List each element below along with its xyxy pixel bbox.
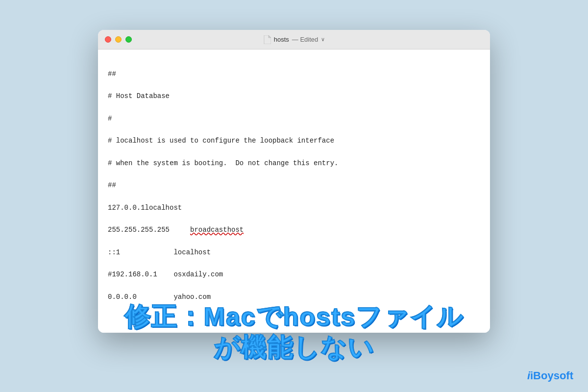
window-title: hosts [274,36,289,43]
close-button[interactable] [105,36,111,43]
editor-line: #192.168.0.1 osxdaily.com [108,269,480,280]
editor-line: # localhost is used to configure the loo… [108,135,480,147]
editor-line: # when the system is booting. Do not cha… [108,158,480,169]
file-icon [263,35,271,44]
editor-line: 127.0.0.1localhost [108,202,480,214]
titlebar: hosts — Edited ∨ [98,30,490,49]
traffic-lights [105,36,132,43]
overlay-title-line1: 修正：Macでhostsファイル [86,301,502,332]
editor-line: ## [108,69,480,80]
minimize-button[interactable] [115,36,122,43]
editor-line: 255.255.255.255 broadcasthost [108,224,480,236]
editor-line: ::1 localhost [108,247,480,258]
overlay-text: 修正：Macでhostsファイル が機能しない [86,301,502,363]
chevron-down-icon[interactable]: ∨ [321,36,325,43]
overlay-title-line2: が機能しない [86,332,502,363]
editor-line: # Host Database [108,91,480,102]
maximize-button[interactable] [125,36,132,43]
editor-line: # [108,113,480,124]
branding-logo: iiBoysoft [527,369,573,382]
edited-badge: — Edited [292,36,318,43]
editor-window: hosts — Edited ∨ ## # Host Database # # … [98,30,490,332]
titlebar-title: hosts — Edited ∨ [263,35,325,44]
spellcheck-underline: broadcasthost [190,226,244,234]
editor-line: ## [108,180,480,191]
editor-content[interactable]: ## # Host Database # # localhost is used… [98,49,490,332]
